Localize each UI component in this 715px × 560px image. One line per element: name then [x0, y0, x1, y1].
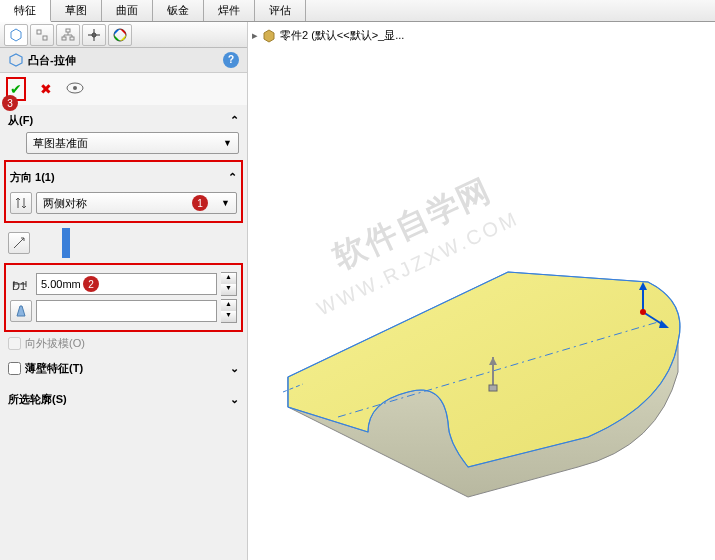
panel-tab-assembly[interactable]: [30, 24, 54, 46]
thin-label: 薄壁特征(T): [25, 361, 83, 376]
svg-rect-27: [489, 385, 497, 391]
reverse-direction-icon[interactable]: [10, 192, 32, 214]
contour-label: 所选轮廓(S): [8, 392, 67, 407]
svg-rect-7: [37, 30, 41, 34]
svg-rect-11: [70, 37, 74, 40]
from-section: 从(F) ⌃ 草图基准面 ▼: [0, 105, 247, 158]
from-label: 从(F): [8, 113, 33, 128]
spin-up-icon[interactable]: ▲: [221, 300, 236, 311]
annotation-badge-1: 1: [192, 195, 208, 211]
tab-evaluate[interactable]: 评估: [255, 0, 306, 21]
draft-input[interactable]: [36, 300, 217, 322]
depth-highlight: D1 5.00mm 2 ▲ ▼ ▲ ▼: [4, 263, 243, 332]
tab-sheetmetal[interactable]: 钣金: [153, 0, 204, 21]
depth-spinner: ▲ ▼: [221, 272, 237, 296]
direction-label: 方向 1(1): [10, 170, 55, 185]
from-header[interactable]: 从(F) ⌃: [8, 109, 239, 132]
chevron-up-icon: ⌃: [228, 171, 237, 184]
thin-section: 薄壁特征(T) ⌄: [0, 353, 247, 384]
depth-input[interactable]: 5.00mm 2: [36, 273, 217, 295]
help-icon[interactable]: ?: [223, 52, 239, 68]
panel-tab-hierarchy[interactable]: [56, 24, 80, 46]
viewport[interactable]: ▸ 零件2 (默认<<默认>_显... 软件自学网 WWW.RJZXW.COM: [248, 22, 715, 560]
depth-value: 5.00mm: [41, 278, 81, 290]
contour-section: 所选轮廓(S) ⌄: [0, 384, 247, 415]
svg-point-21: [73, 86, 77, 90]
direction-highlight: 方向 1(1) ⌃ 两侧对称 ▼ 1: [4, 160, 243, 223]
annotation-badge-2: 2: [83, 276, 99, 292]
thin-checkbox[interactable]: [8, 362, 21, 375]
top-tabs: 特征 草图 曲面 钣金 焊件 评估: [0, 0, 715, 22]
model-canvas: [248, 22, 715, 560]
svg-rect-8: [43, 36, 47, 40]
draft-outward-row: 向外拔模(O): [0, 334, 247, 353]
cancel-icon[interactable]: ✖: [40, 81, 52, 97]
tab-sketch[interactable]: 草图: [51, 0, 102, 21]
svg-point-30: [640, 309, 646, 315]
svg-rect-9: [66, 29, 70, 32]
draft-outward-checkbox: [8, 337, 21, 350]
annotation-badge-3: 3: [2, 95, 18, 111]
spin-down-icon[interactable]: ▼: [221, 284, 236, 295]
tab-feature[interactable]: 特征: [0, 0, 51, 22]
from-value: 草图基准面: [33, 136, 88, 151]
spin-up-icon[interactable]: ▲: [221, 273, 236, 284]
thin-header[interactable]: 薄壁特征(T) ⌄: [8, 357, 239, 380]
spin-down-icon[interactable]: ▼: [221, 311, 236, 322]
chevron-up-icon: ⌃: [230, 114, 239, 127]
draft-icon[interactable]: [10, 300, 32, 322]
contour-header[interactable]: 所选轮廓(S) ⌄: [8, 388, 239, 411]
depth-icon[interactable]: D1: [10, 273, 32, 295]
panel-tab-appearance[interactable]: [108, 24, 132, 46]
property-panel: 凸台-拉伸 ? ✔ ✖ 3 从(F) ⌃ 草图基准面 ▼ 方向 1(1) ⌃: [0, 22, 248, 560]
direction-vector-icon[interactable]: [8, 232, 30, 254]
direction-header[interactable]: 方向 1(1) ⌃: [10, 166, 237, 189]
end-condition-combo[interactable]: 两侧对称 ▼ 1: [36, 192, 237, 214]
feature-title-bar: 凸台-拉伸 ?: [0, 48, 247, 73]
dropdown-arrow-icon: ▼: [221, 198, 230, 208]
chevron-down-icon: ⌄: [230, 362, 239, 375]
svg-rect-10: [62, 37, 66, 40]
dropdown-arrow-icon: ▼: [223, 138, 232, 148]
panel-tab-origin[interactable]: [82, 24, 106, 46]
end-condition-value: 两侧对称: [43, 196, 87, 211]
tab-weldment[interactable]: 焊件: [204, 0, 255, 21]
preview-icon[interactable]: [66, 82, 84, 96]
draft-outward-label: 向外拔模(O): [25, 336, 85, 351]
from-combo[interactable]: 草图基准面 ▼: [26, 132, 239, 154]
panel-tabs: [0, 22, 247, 48]
tab-surface[interactable]: 曲面: [102, 0, 153, 21]
svg-line-22: [14, 238, 24, 248]
panel-tab-feature[interactable]: [4, 24, 28, 46]
selection-indicator: [62, 228, 70, 258]
feature-name-label: 凸台-拉伸: [28, 53, 76, 68]
svg-text:D1: D1: [12, 280, 26, 291]
confirm-row: ✔ ✖ 3: [0, 73, 247, 105]
draft-spinner: ▲ ▼: [221, 299, 237, 323]
chevron-down-icon: ⌄: [230, 393, 239, 406]
